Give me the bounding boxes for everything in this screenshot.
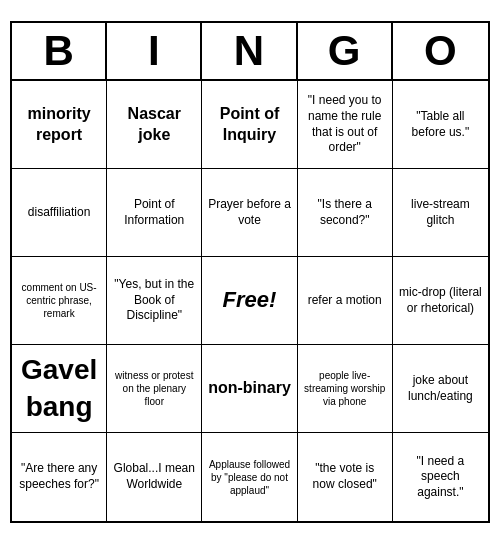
bingo-cell: mic-drop (literal or rhetorical) (393, 257, 488, 345)
bingo-cell: minority report (12, 81, 107, 169)
bingo-cell: refer a motion (298, 257, 393, 345)
bingo-card: BINGO minority reportNascar jokePoint of… (10, 21, 490, 523)
bingo-cell: Point of Inquiry (202, 81, 297, 169)
bingo-cell: joke about lunch/eating (393, 345, 488, 433)
bingo-letter-b: B (12, 23, 107, 79)
bingo-cell: Free! (202, 257, 297, 345)
bingo-grid: minority reportNascar jokePoint of Inqui… (12, 81, 488, 521)
bingo-cell: "the vote is now closed" (298, 433, 393, 521)
bingo-cell: witness or protest on the plenary floor (107, 345, 202, 433)
bingo-cell: Point of Information (107, 169, 202, 257)
bingo-cell: Prayer before a vote (202, 169, 297, 257)
bingo-cell: "Are there any speeches for?" (12, 433, 107, 521)
bingo-letter-n: N (202, 23, 297, 79)
bingo-cell: "I need you to name the rule that is out… (298, 81, 393, 169)
bingo-cell: people live-streaming worship via phone (298, 345, 393, 433)
bingo-cell: "Is there a second?" (298, 169, 393, 257)
bingo-cell: disaffiliation (12, 169, 107, 257)
bingo-cell: "Yes, but in the Book of Discipline" (107, 257, 202, 345)
bingo-letter-o: O (393, 23, 488, 79)
bingo-cell: comment on US-centric phrase, remark (12, 257, 107, 345)
bingo-cell: Nascar joke (107, 81, 202, 169)
bingo-letter-i: I (107, 23, 202, 79)
bingo-cell: Global...I mean Worldwide (107, 433, 202, 521)
bingo-cell: "Table all before us." (393, 81, 488, 169)
bingo-cell: Applause followed by "please do not appl… (202, 433, 297, 521)
bingo-header: BINGO (12, 23, 488, 81)
bingo-cell: "I need a speech against." (393, 433, 488, 521)
bingo-cell: Gavel bang (12, 345, 107, 433)
bingo-letter-g: G (298, 23, 393, 79)
bingo-cell: live-stream glitch (393, 169, 488, 257)
bingo-cell: non-binary (202, 345, 297, 433)
